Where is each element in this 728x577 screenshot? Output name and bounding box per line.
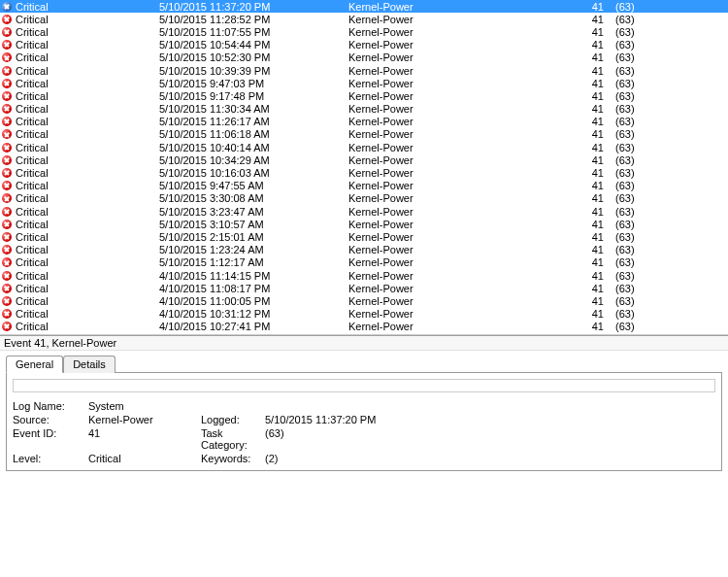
cell-level: Critical — [16, 154, 159, 166]
cell-event-id: 41 — [586, 103, 604, 115]
error-icon — [2, 40, 12, 50]
error-icon — [2, 129, 12, 139]
value-level: Critical — [88, 453, 195, 464]
tab-general[interactable]: General — [6, 356, 63, 373]
cell-level: Critical — [16, 26, 159, 38]
cell-level: Critical — [16, 39, 159, 51]
cell-level: Critical — [16, 51, 159, 63]
event-row[interactable]: Critical5/10/2015 9:47:55 AMKernel-Power… — [0, 180, 728, 192]
event-list[interactable]: Critical5/10/2015 11:37:20 PMKernel-Powe… — [0, 0, 728, 335]
event-row[interactable]: Critical5/10/2015 10:40:14 AMKernel-Powe… — [0, 141, 728, 153]
event-row[interactable]: Critical5/10/2015 10:16:03 AMKernel-Powe… — [0, 166, 728, 179]
event-row[interactable]: Critical4/10/2015 10:27:41 PMKernel-Powe… — [0, 321, 728, 333]
cell-date: 5/10/2015 9:47:03 PM — [159, 78, 348, 89]
label-logged: Logged: — [201, 414, 259, 425]
cell-level: Critical — [16, 116, 159, 127]
event-row[interactable]: Critical5/10/2015 3:10:57 AMKernel-Power… — [0, 218, 728, 230]
cell-level: Critical — [16, 180, 159, 191]
value-logged: 5/10/2015 11:37:20 PM — [265, 414, 420, 425]
error-icon — [2, 15, 12, 24]
cell-task-category: (63) — [604, 78, 635, 89]
error-icon — [2, 232, 12, 242]
cell-date: 5/10/2015 3:10:57 AM — [159, 219, 348, 230]
cell-level: Critical — [16, 78, 159, 89]
event-row[interactable]: Critical5/10/2015 10:54:44 PMKernel-Powe… — [0, 39, 728, 51]
value-taskcat: (63) — [265, 427, 420, 451]
tab-details[interactable]: Details — [63, 356, 116, 373]
cell-date: 5/10/2015 3:30:08 AM — [159, 192, 348, 204]
cell-task-category: (63) — [604, 1, 635, 13]
cell-date: 5/10/2015 11:28:52 PM — [159, 14, 348, 25]
label-keywords: Keywords: — [201, 453, 259, 464]
cell-source: Kernel-Power — [348, 154, 586, 166]
error-icon — [2, 296, 12, 306]
cell-source: Kernel-Power — [348, 321, 586, 332]
cell-level: Critical — [16, 308, 159, 320]
event-row[interactable]: Critical5/10/2015 2:15:01 AMKernel-Power… — [0, 230, 728, 243]
cell-task-category: (63) — [604, 295, 635, 307]
event-row[interactable]: Critical4/10/2015 10:31:12 PMKernel-Powe… — [0, 308, 728, 321]
event-row[interactable]: Critical5/10/2015 11:06:18 AMKernel-Powe… — [0, 128, 728, 141]
event-row[interactable]: Critical5/10/2015 11:37:20 PMKernel-Powe… — [0, 0, 728, 13]
cell-event-id: 41 — [586, 206, 604, 218]
cell-source: Kernel-Power — [348, 142, 586, 153]
cell-date: 5/10/2015 10:34:29 AM — [159, 154, 348, 166]
cell-event-id: 41 — [586, 128, 604, 140]
value-source: Kernel-Power — [88, 414, 195, 425]
cell-date: 5/10/2015 11:30:34 AM — [159, 103, 348, 115]
label-source: Source: — [13, 414, 83, 425]
event-row[interactable]: Critical5/10/2015 10:39:39 PMKernel-Powe… — [0, 64, 728, 77]
event-row[interactable]: Critical5/10/2015 10:34:29 AMKernel-Powe… — [0, 153, 728, 166]
event-row[interactable]: Critical5/10/2015 9:47:03 PMKernel-Power… — [0, 77, 728, 89]
cell-source: Kernel-Power — [348, 192, 586, 204]
cell-level: Critical — [16, 219, 159, 230]
cell-level: Critical — [16, 270, 159, 282]
cell-event-id: 41 — [586, 219, 604, 230]
error-icon — [2, 220, 12, 229]
label-eventid: Event ID: — [13, 427, 83, 451]
value-eventid: 41 — [88, 427, 195, 451]
event-row[interactable]: Critical4/10/2015 11:00:05 PMKernel-Powe… — [0, 294, 728, 307]
cell-source: Kernel-Power — [348, 256, 586, 268]
cell-level: Critical — [16, 65, 159, 77]
cell-date: 5/10/2015 11:07:55 PM — [159, 26, 348, 38]
error-icon — [2, 2, 12, 12]
cell-task-category: (63) — [604, 180, 635, 191]
event-row[interactable]: Critical5/10/2015 3:23:47 AMKernel-Power… — [0, 205, 728, 218]
error-icon — [2, 52, 12, 62]
cell-source: Kernel-Power — [348, 65, 586, 77]
event-row[interactable]: Critical5/10/2015 10:52:30 PMKernel-Powe… — [0, 51, 728, 64]
cell-date: 5/10/2015 9:47:55 AM — [159, 180, 348, 191]
cell-level: Critical — [16, 167, 159, 179]
event-row[interactable]: Critical5/10/2015 11:30:34 AMKernel-Powe… — [0, 103, 728, 116]
event-row[interactable]: Critical5/10/2015 1:12:17 AMKernel-Power… — [0, 256, 728, 269]
label-logname: Log Name: — [13, 400, 83, 412]
cell-event-id: 41 — [586, 51, 604, 63]
event-row[interactable]: Critical5/10/2015 3:30:08 AMKernel-Power… — [0, 192, 728, 205]
cell-task-category: (63) — [604, 283, 635, 294]
cell-source: Kernel-Power — [348, 231, 586, 243]
cell-source: Kernel-Power — [348, 14, 586, 25]
error-icon — [2, 284, 12, 293]
event-row[interactable]: Critical5/10/2015 11:07:55 PMKernel-Powe… — [0, 25, 728, 38]
event-row[interactable]: Critical5/10/2015 9:17:48 PMKernel-Power… — [0, 89, 728, 102]
event-row[interactable]: Critical4/10/2015 11:08:17 PMKernel-Powe… — [0, 282, 728, 294]
event-row[interactable]: Critical4/10/2015 11:14:15 PMKernel-Powe… — [0, 269, 728, 282]
value-logname: System — [88, 400, 195, 412]
cell-event-id: 41 — [586, 270, 604, 282]
event-row[interactable]: Critical5/10/2015 11:26:17 AMKernel-Powe… — [0, 116, 728, 128]
cell-date: 5/10/2015 11:37:20 PM — [159, 1, 348, 13]
event-row[interactable]: Critical5/10/2015 1:23:24 AMKernel-Power… — [0, 244, 728, 256]
cell-source: Kernel-Power — [348, 1, 586, 13]
cell-event-id: 41 — [586, 154, 604, 166]
error-icon — [2, 257, 12, 267]
cell-date: 5/10/2015 11:06:18 AM — [159, 128, 348, 140]
cell-date: 5/10/2015 9:17:48 PM — [159, 90, 348, 102]
event-description[interactable] — [13, 379, 715, 392]
error-icon — [2, 155, 12, 165]
cell-task-category: (63) — [604, 26, 635, 38]
cell-level: Critical — [16, 283, 159, 294]
cell-level: Critical — [16, 1, 159, 13]
event-row[interactable]: Critical5/10/2015 11:28:52 PMKernel-Powe… — [0, 13, 728, 25]
cell-task-category: (63) — [604, 51, 635, 63]
